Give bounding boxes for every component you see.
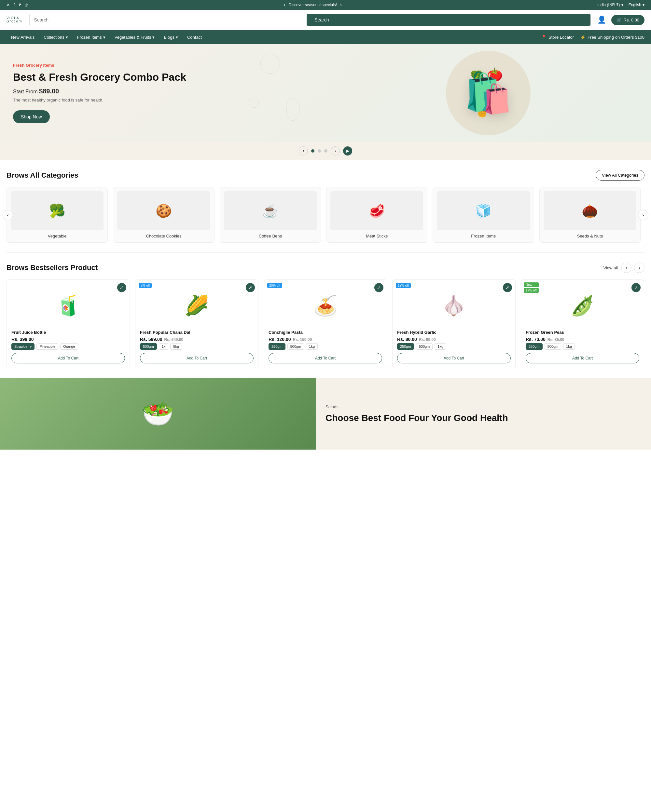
promo-prev-btn[interactable]: ‹ (284, 2, 285, 8)
hero-content: Fresh Grocery Items Best & Fresh Grocery… (0, 50, 326, 136)
region-selector[interactable]: India (INR ₹) ▾ (597, 3, 623, 7)
product-nav-arrows: ‹ › (621, 263, 645, 273)
category-name-2: Coffee Bens (224, 234, 317, 238)
header-icons: 👤 🛒 Rs. 0.00 (597, 15, 645, 25)
categories-prev-btn[interactable]: ‹ (3, 210, 13, 220)
nav-collections[interactable]: Collections ▾ (39, 30, 73, 44)
category-card-2[interactable]: ☕ Coffee Bens (220, 187, 321, 243)
add-to-cart-btn-3[interactable]: Add To Cart (397, 353, 511, 363)
carousel-dot-1[interactable] (311, 149, 315, 153)
frozen-chevron-icon: ▾ (103, 35, 105, 40)
user-icon[interactable]: 👤 (597, 15, 606, 24)
carousel-dot-3[interactable] (324, 149, 327, 153)
search-input[interactable] (30, 14, 307, 26)
facebook-icon[interactable]: f (14, 3, 15, 7)
carousel-dot-2[interactable] (318, 149, 321, 153)
variant-1-2[interactable]: 5kg (170, 343, 182, 350)
add-to-cart-btn-1[interactable]: Add To Cart (140, 353, 254, 363)
pinterest-icon[interactable]: 𝐏 (18, 3, 21, 7)
variant-3-2[interactable]: 1kg (434, 343, 446, 350)
product-name-0: Fruit Juice Bottle (11, 330, 125, 335)
variant-0-1[interactable]: Pineapple (37, 343, 58, 350)
category-card-0[interactable]: 🥦 Vegetable (6, 187, 108, 243)
categories-carousel: ‹ 🥦 Vegetable 🍪 Chocolate Cookies ☕ Coff… (6, 187, 645, 243)
twitter-icon[interactable]: ✕ (6, 3, 10, 7)
variant-0-0[interactable]: Strawberry (11, 343, 35, 350)
variant-2-0[interactable]: 250gm (269, 343, 286, 350)
search-bar: Search (29, 14, 591, 26)
category-name-5: Seeds & Nuts (544, 234, 636, 238)
carousel-prev-btn[interactable]: ‹ (299, 147, 308, 156)
search-button[interactable]: Search (307, 14, 590, 26)
category-img-1: 🍪 (117, 191, 210, 230)
product-variants-1: 500gm1k5kg (140, 343, 254, 350)
product-expand-btn-0[interactable]: ⤢ (117, 283, 126, 292)
add-to-cart-btn-4[interactable]: Add To Cart (526, 353, 639, 363)
product-image-4: 🫛 (526, 284, 639, 327)
category-card-4[interactable]: 🧊 Frozen Items (432, 187, 534, 243)
variant-3-0[interactable]: 250gm (397, 343, 414, 350)
nav-contact[interactable]: Contact (183, 30, 206, 44)
location-icon: 📍 (541, 35, 547, 40)
variant-4-2[interactable]: 1kg (563, 343, 575, 350)
add-to-cart-btn-2[interactable]: Add To Cart (269, 353, 382, 363)
logo[interactable]: VIOLA Grocery (6, 17, 23, 23)
products-next-btn[interactable]: › (634, 263, 645, 273)
category-img-3: 🥩 (330, 191, 423, 230)
bestsellers-section: Brows Bestsellers Product View all ‹ › ⤢… (0, 253, 651, 378)
product-variants-4: 250gm500gm1kg (526, 343, 639, 350)
category-name-1: Chocolate Cookies (117, 234, 210, 238)
top-bar-right: India (INR ₹) ▾ English ▾ (597, 3, 645, 7)
variant-3-1[interactable]: 500gm (416, 343, 433, 350)
categories-title: Brows All Categories (6, 171, 78, 180)
product-variants-3: 250gm500gm1kg (397, 343, 511, 350)
nav-new-arrivals[interactable]: New Arrivals (6, 30, 39, 44)
product-name-3: Fresh Hybrid Garlic (397, 330, 511, 335)
carousel-next-btn[interactable]: › (331, 147, 340, 156)
promo-next-btn[interactable]: › (340, 2, 342, 8)
category-img-4: 🧊 (437, 191, 530, 230)
promo-text: Discover seasonal specials! (289, 3, 337, 7)
variant-2-1[interactable]: 500gm (287, 343, 304, 350)
product-card-1: 7% off ⤢ 🌽 Fresh Popular Chana Dal Rs. 5… (135, 279, 258, 368)
banner-image: 🥗 (0, 378, 316, 450)
category-card-5[interactable]: 🌰 Seeds & Nuts (539, 187, 640, 243)
view-all-products-btn[interactable]: View all (603, 266, 618, 270)
store-locator[interactable]: 📍 Store Locator (541, 35, 574, 40)
cart-button[interactable]: 🛒 Rs. 0.00 (611, 15, 645, 25)
product-badge-off-4: 17% off (524, 288, 539, 293)
carousel-play-btn[interactable]: ▶ (343, 147, 352, 156)
product-expand-btn-1[interactable]: ⤢ (246, 283, 255, 292)
variant-2-2[interactable]: 1kg (306, 343, 318, 350)
product-expand-btn-4[interactable]: ⤢ (631, 283, 640, 292)
category-card-1[interactable]: 🍪 Chocolate Cookies (113, 187, 214, 243)
nav-blogs[interactable]: Blogs ▾ (159, 30, 183, 44)
instagram-icon[interactable]: ◎ (25, 3, 28, 7)
product-price-2: Rs. 120.00Rs. 150.00 (269, 337, 382, 342)
product-badge-1: 7% off (139, 283, 152, 288)
blogs-chevron-icon: ▾ (176, 35, 178, 40)
free-shipping: ⚡ Free Shipping on Orders $100 (581, 35, 645, 40)
region-label: India (INR ₹) (597, 3, 620, 7)
view-all-categories-btn[interactable]: View All Categories (596, 170, 645, 180)
category-grid: 🥦 Vegetable 🍪 Chocolate Cookies ☕ Coffee… (6, 187, 645, 243)
category-card-3[interactable]: 🥩 Meat Sticks (326, 187, 427, 243)
salad-icon: 🥗 (142, 398, 174, 429)
product-expand-btn-3[interactable]: ⤢ (503, 283, 512, 292)
categories-next-btn[interactable]: › (638, 210, 648, 220)
product-expand-btn-2[interactable]: ⤢ (374, 283, 384, 292)
shop-now-button[interactable]: Shop Now (13, 110, 50, 123)
variant-0-2[interactable]: Orange (60, 343, 78, 350)
variant-4-1[interactable]: 500gm (544, 343, 561, 350)
nav-frozen-items[interactable]: Frozen Items ▾ (73, 30, 110, 44)
product-name-4: Frozen Green Peas (526, 330, 639, 335)
variant-1-1[interactable]: 1k (159, 343, 169, 350)
language-selector[interactable]: English ▾ (628, 3, 645, 7)
hero-tag: Fresh Grocery Items (13, 63, 312, 68)
variant-4-0[interactable]: 250gm (526, 343, 542, 350)
nav-vegetables-fruits[interactable]: Vegetables & Fruits ▾ (110, 30, 159, 44)
carousel-controls: ‹ › ▶ (0, 142, 651, 160)
variant-1-0[interactable]: 500gm (140, 343, 157, 350)
add-to-cart-btn-0[interactable]: Add To Cart (11, 353, 125, 363)
products-prev-btn[interactable]: ‹ (621, 263, 631, 273)
